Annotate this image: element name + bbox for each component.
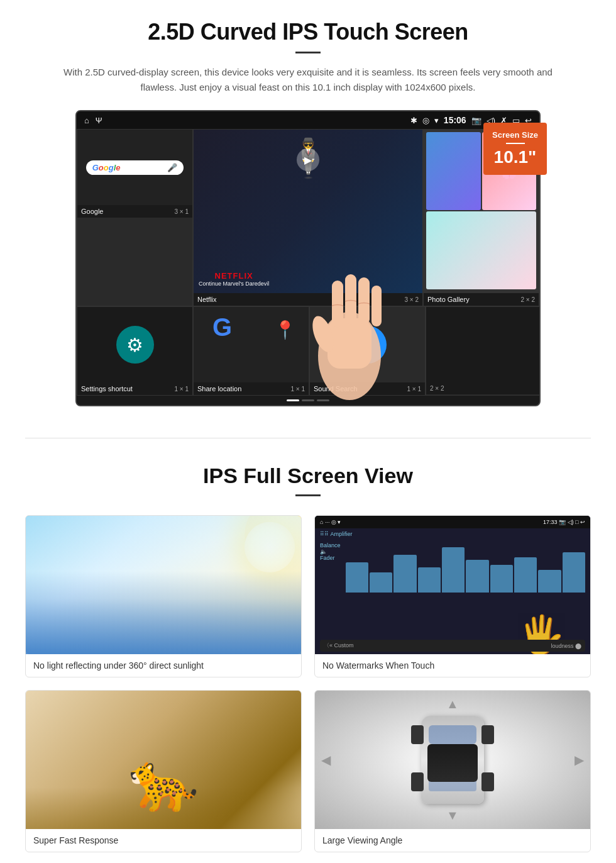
status-time: 15:06 (444, 115, 466, 125)
section2-title: IPS Full Screen View (25, 464, 591, 488)
app-cell-netflix[interactable]: 🕴 ▶ NETFLIX Continue Marvel's Daredevil … (193, 129, 423, 306)
google-label: Google (81, 208, 103, 215)
badge-size: 10.1" (492, 147, 538, 167)
netflix-thumbnail: 🕴 ▶ NETFLIX Continue Marvel's Daredevil (194, 130, 422, 293)
home-icon[interactable]: ⌂ (84, 116, 89, 125)
scroll-indicator (77, 396, 539, 405)
settings-thumbnail: ⚙ (77, 307, 192, 382)
share-thumbnail: G 📍 (194, 307, 309, 382)
netflix-play-button[interactable]: ▶ (297, 148, 319, 171)
section-curved-ips: 2.5D Curved IPS Touch Screen With 2.5D c… (0, 0, 616, 419)
netflix-label: Netflix (197, 296, 217, 303)
status-left: ⌂ Ψ (84, 116, 102, 125)
share-label-row: Share location 1 × 1 (194, 382, 309, 395)
settings-label: Settings shortcut (81, 385, 133, 393)
netflix-subtitle: Continue Marvel's Daredevil (199, 281, 269, 287)
feature-cheetah: 🐆 Super Fast Response (25, 690, 302, 852)
car-image: ◀ ▶ ▲ ▼ (315, 691, 590, 829)
feature-car: ◀ ▶ ▲ ▼ Large Viewing Angle (314, 690, 591, 852)
app-cell-google[interactable]: Google 🎤 Google 3 × 1 (77, 129, 193, 306)
gps-icon: ◎ (422, 116, 429, 125)
section-ips: IPS Full Screen View No light reflecting… (0, 457, 616, 863)
features-grid: No light reflecting under 360° direct su… (25, 515, 591, 852)
dot-2 (302, 399, 314, 401)
netflix-overlay: NETFLIX Continue Marvel's Daredevil (199, 271, 269, 287)
feature-sunlight: No light reflecting under 360° direct su… (25, 515, 302, 677)
section-divider (25, 438, 591, 438)
usb-icon: Ψ (96, 116, 102, 125)
photo-label-row: Photo Gallery 2 × 2 (424, 293, 539, 306)
google-logo: Google (92, 163, 121, 172)
cheetah-image: 🐆 (26, 691, 301, 829)
netflix-logo: NETFLIX (199, 271, 269, 281)
settings-gear-icon: ⚙ (116, 326, 154, 364)
camera-icon: 📷 (471, 116, 481, 125)
photo-size: 2 × 2 (520, 296, 535, 303)
badge-title: Screen Size (492, 130, 538, 140)
google-label-row: Google 3 × 1 (77, 205, 192, 218)
sound-label-row: Sound Search 1 × 1 (310, 382, 425, 395)
share-inner: G 📍 (194, 307, 309, 382)
photo-label: Photo Gallery (427, 296, 470, 303)
google-search-bar[interactable]: Google 🎤 (86, 160, 184, 175)
sound-thumbnail: ♪ (310, 307, 425, 382)
title-underline (295, 52, 321, 53)
mic-icon[interactable]: 🎤 (167, 163, 177, 172)
app-cell-settings[interactable]: ⚙ Settings shortcut 1 × 1 (77, 306, 193, 396)
sound-icon: ♪ (349, 326, 387, 364)
screen-size-badge: Screen Size 10.1" (483, 123, 547, 175)
dot-3 (317, 399, 329, 401)
google-thumbnail: Google 🎤 (77, 130, 192, 205)
share-size: 1 × 1 (290, 386, 305, 393)
empty-size: 2 × 2 (430, 385, 444, 392)
section1-description: With 2.5D curved-display screen, this de… (63, 65, 553, 95)
equalizer-caption: No Watermarks When Touch (315, 654, 590, 677)
dot-1 (287, 399, 299, 401)
sound-label: Sound Search (314, 385, 358, 393)
sunlight-caption: No light reflecting under 360° direct su… (26, 654, 301, 677)
app-cell-empty: 2 × 2 (426, 306, 541, 396)
share-label: Share location (197, 385, 241, 393)
badge-divider (506, 143, 525, 144)
settings-size: 1 × 1 (174, 386, 189, 393)
app-cell-sound[interactable]: ♪ Sound Search 1 × 1 (309, 306, 426, 396)
feature-equalizer: ⌂ ··· ◎ ▾ 17:33 📷 ◁) □ ↩ ⠿⠿ Amplifier Ba… (314, 515, 591, 677)
car-caption: Large Viewing Angle (315, 829, 590, 852)
netflix-label-row: Netflix 3 × 2 (194, 293, 422, 306)
sunlight-image (26, 516, 301, 654)
empty-label-row: 2 × 2 (426, 382, 541, 394)
settings-label-row: Settings shortcut 1 × 1 (77, 382, 192, 395)
section1-title: 2.5D Curved IPS Touch Screen (25, 19, 591, 45)
bluetooth-icon: ✱ (410, 116, 417, 125)
photo-2 (426, 211, 536, 289)
equalizer-image: ⌂ ··· ◎ ▾ 17:33 📷 ◁) □ ↩ ⠿⠿ Amplifier Ba… (315, 516, 590, 654)
android-screen-container: Screen Size 10.1" ⌂ Ψ ✱ ◎ ▾ 15:06 📷 ◁) ✗ (75, 110, 541, 406)
app-cell-share[interactable]: G 📍 Share location 1 × 1 (193, 306, 309, 396)
cheetah-caption: Super Fast Response (26, 829, 301, 852)
empty-thumbnail (426, 307, 541, 382)
wifi-icon: ▾ (434, 116, 439, 125)
google-size: 3 × 1 (174, 208, 189, 215)
section2-underline (295, 494, 321, 496)
sound-size: 1 × 1 (407, 386, 421, 393)
photo-0 (426, 132, 481, 210)
status-bar: ⌂ Ψ ✱ ◎ ▾ 15:06 📷 ◁) ✗ ▭ ↩ (77, 111, 539, 129)
settings-inner: ⚙ (77, 307, 192, 382)
google-inner: Google 🎤 (77, 130, 192, 205)
sound-inner: ♪ (310, 307, 425, 382)
netflix-size: 3 × 2 (404, 296, 419, 303)
android-screen: ⌂ Ψ ✱ ◎ ▾ 15:06 📷 ◁) ✗ ▭ ↩ (75, 110, 541, 406)
